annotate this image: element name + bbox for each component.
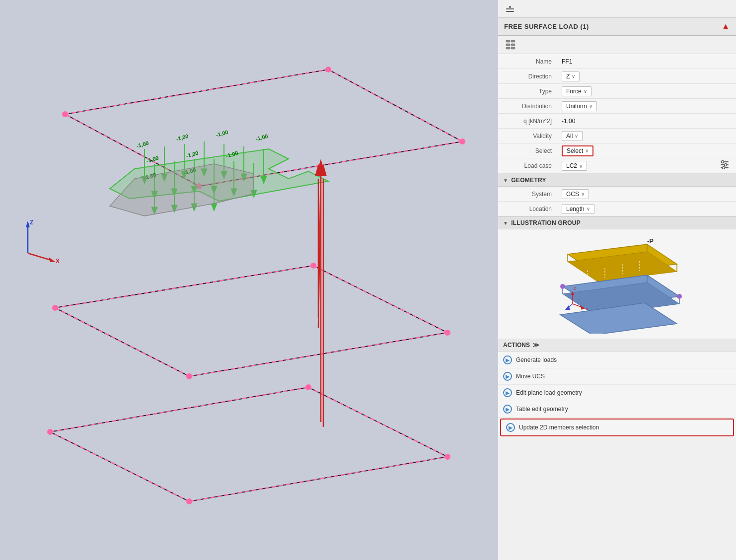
svg-point-98 bbox=[722, 161, 724, 163]
direction-label: Direction bbox=[498, 73, 558, 80]
geometry-section-header[interactable]: ▼ GEOMETRY bbox=[498, 174, 736, 187]
properties-panel: FREE SURFACE LOAD (1) ▲ Name FF1 Direct bbox=[498, 0, 736, 560]
q-value: -1,00 bbox=[558, 117, 736, 126]
action-icon-4: ▶ bbox=[506, 423, 515, 432]
location-value: Length ∨ bbox=[558, 203, 736, 215]
viewport-3d: -1,00 -1,00 -1,00 -1,00 -1,00 -1,00 -1,0… bbox=[0, 0, 498, 560]
svg-rect-87 bbox=[506, 8, 514, 9]
select-dropdown[interactable]: Select ∨ bbox=[562, 145, 593, 156]
illustration-bottom-plate bbox=[560, 303, 677, 334]
geometry-props: System GCS ∨ Location Length ∨ bbox=[498, 187, 736, 216]
props-view-icon-btn[interactable] bbox=[502, 38, 519, 52]
distribution-dropdown[interactable]: Uniform ∨ bbox=[562, 101, 597, 111]
action-label-0: Generate loads bbox=[516, 356, 557, 363]
svg-rect-91 bbox=[506, 44, 510, 46]
svg-point-114 bbox=[560, 284, 565, 289]
svg-rect-92 bbox=[511, 44, 515, 46]
location-label: Location bbox=[498, 206, 558, 212]
svg-marker-121 bbox=[565, 305, 570, 310]
action-icon-0: ▶ bbox=[503, 355, 512, 364]
action-icon-2: ▶ bbox=[503, 388, 512, 397]
prop-row-system: System GCS ∨ bbox=[498, 187, 736, 202]
svg-text:Z: Z bbox=[30, 219, 33, 226]
validity-dropdown[interactable]: All ∨ bbox=[562, 131, 583, 141]
actions-more-icon: ≫ bbox=[533, 342, 539, 349]
prop-row-loadcase: Load case LC2 ∨ bbox=[498, 158, 736, 174]
q-label: q [kN/m^2] bbox=[498, 118, 558, 125]
action-table-edit[interactable]: ▶ Table edit geometry bbox=[498, 401, 736, 418]
menu-icon-btn[interactable] bbox=[502, 2, 518, 15]
prop-row-validity: Validity All ∨ bbox=[498, 129, 736, 143]
svg-point-100 bbox=[723, 167, 725, 169]
name-label: Name bbox=[498, 58, 558, 65]
illustration-section-header[interactable]: ▼ ILLUSTRATION GROUP bbox=[498, 216, 736, 229]
system-dropdown[interactable]: GCS ∨ bbox=[562, 189, 589, 199]
actions-header: ACTIONS ≫ bbox=[498, 339, 736, 352]
svg-point-115 bbox=[677, 294, 682, 299]
prop-row-direction: Direction Z ∨ bbox=[498, 69, 736, 84]
panel-title: FREE SURFACE LOAD (1) bbox=[504, 23, 589, 30]
system-label: System bbox=[498, 191, 558, 198]
system-value: GCS ∨ bbox=[558, 188, 736, 200]
type-label: Type bbox=[498, 88, 558, 95]
type-dropdown[interactable]: Force ∨ bbox=[562, 86, 591, 96]
geometry-title: GEOMETRY bbox=[511, 177, 546, 184]
panel-title-bar: FREE SURFACE LOAD (1) ▲ bbox=[498, 18, 736, 36]
actions-title: ACTIONS bbox=[503, 342, 530, 349]
svg-rect-90 bbox=[511, 40, 515, 42]
distribution-label: Distribution bbox=[498, 103, 558, 110]
svg-rect-89 bbox=[506, 40, 510, 42]
prop-row-type: Type Force ∨ bbox=[498, 84, 736, 99]
loadcase-label: Load case bbox=[498, 162, 558, 169]
actions-section: ACTIONS ≫ ▶ Generate loads ▶ Move UCS ▶ … bbox=[498, 339, 736, 437]
prop-row-distribution: Distribution Uniform ∨ bbox=[498, 99, 736, 114]
action-label-4: Update 2D members selection bbox=[519, 424, 599, 431]
select-label: Select bbox=[498, 147, 558, 154]
loadcase-dropdown[interactable]: LC2 ∨ bbox=[562, 161, 587, 171]
prop-row-location: Location Length ∨ bbox=[498, 202, 736, 216]
illustration-title: ILLUSTRATION GROUP bbox=[511, 219, 581, 226]
svg-text:-P: -P bbox=[647, 237, 654, 245]
svg-marker-124 bbox=[560, 303, 677, 334]
illustration-top-plate: -P bbox=[568, 237, 677, 281]
svg-rect-0 bbox=[0, 0, 497, 560]
action-update-2d[interactable]: ▶ Update 2D members selection bbox=[500, 419, 734, 436]
prop-row-name: Name FF1 bbox=[498, 54, 736, 69]
panel-top-toolbar bbox=[498, 0, 736, 18]
properties-grid: Name FF1 Direction Z ∨ Type Force ∨ bbox=[498, 54, 736, 174]
action-icon-1: ▶ bbox=[503, 372, 512, 381]
action-icon-3: ▶ bbox=[503, 405, 512, 414]
action-edit-plane[interactable]: ▶ Edit plane load geometry bbox=[498, 385, 736, 401]
svg-point-86 bbox=[509, 6, 511, 8]
loadcase-settings-btn[interactable] bbox=[717, 159, 732, 172]
action-label-2: Edit plane load geometry bbox=[516, 389, 582, 396]
collapse-icon[interactable]: ▲ bbox=[721, 21, 730, 32]
prop-row-select: Select Select ∨ bbox=[498, 143, 736, 158]
select-value: Select ∨ bbox=[558, 144, 736, 157]
svg-rect-94 bbox=[511, 47, 515, 49]
type-value: Force ∨ bbox=[558, 85, 736, 97]
illustration-area: -P Z X bbox=[498, 229, 736, 339]
distribution-value: Uniform ∨ bbox=[558, 100, 736, 112]
prop-row-q: q [kN/m^2] -1,00 bbox=[498, 114, 736, 129]
validity-label: Validity bbox=[498, 133, 558, 140]
action-label-1: Move UCS bbox=[516, 373, 545, 380]
svg-point-99 bbox=[725, 164, 727, 166]
name-value: FF1 bbox=[558, 57, 736, 66]
name-text: FF1 bbox=[562, 58, 572, 65]
svg-text:X: X bbox=[56, 258, 60, 265]
svg-text:Z: Z bbox=[574, 286, 576, 291]
action-move-ucs[interactable]: ▶ Move UCS bbox=[498, 368, 736, 385]
geometry-triangle: ▼ bbox=[503, 178, 508, 183]
direction-dropdown[interactable]: Z ∨ bbox=[562, 71, 580, 81]
action-label-3: Table edit geometry bbox=[516, 406, 568, 413]
illustration-triangle: ▼ bbox=[503, 220, 508, 226]
direction-value: Z ∨ bbox=[558, 70, 736, 82]
svg-rect-88 bbox=[506, 11, 514, 12]
validity-value: All ∨ bbox=[558, 130, 736, 142]
action-generate-loads[interactable]: ▶ Generate loads bbox=[498, 352, 736, 368]
q-text: -1,00 bbox=[562, 118, 575, 125]
loadcase-value: LC2 ∨ bbox=[558, 158, 736, 173]
location-dropdown[interactable]: Length ∨ bbox=[562, 204, 594, 214]
props-toolbar bbox=[498, 36, 736, 54]
